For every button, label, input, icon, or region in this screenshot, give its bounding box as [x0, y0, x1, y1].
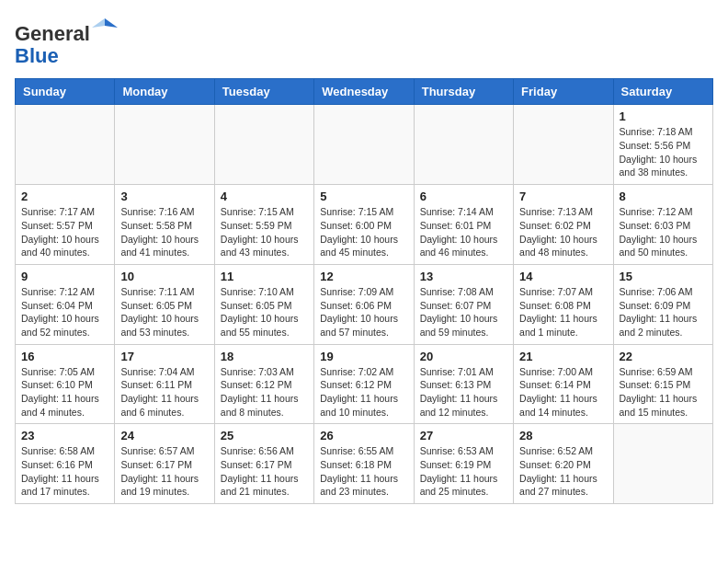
day-info: Sunrise: 7:08 AM Sunset: 6:07 PM Dayligh…: [420, 285, 507, 339]
day-info: Sunrise: 7:16 AM Sunset: 5:58 PM Dayligh…: [120, 205, 208, 259]
calendar-cell: [214, 105, 313, 185]
svg-marker-1: [92, 18, 105, 28]
calendar-cell: 4Sunrise: 7:15 AM Sunset: 5:59 PM Daylig…: [214, 185, 313, 265]
calendar-cell: 2Sunrise: 7:17 AM Sunset: 5:57 PM Daylig…: [16, 185, 115, 265]
calendar-cell: 9Sunrise: 7:12 AM Sunset: 6:04 PM Daylig…: [16, 264, 115, 344]
calendar-cell: [115, 105, 214, 185]
calendar-header-row: SundayMondayTuesdayWednesdayThursdayFrid…: [16, 79, 713, 105]
day-number: 11: [221, 270, 308, 283]
day-info: Sunrise: 7:14 AM Sunset: 6:01 PM Dayligh…: [420, 205, 507, 259]
day-info: Sunrise: 7:10 AM Sunset: 6:05 PM Dayligh…: [221, 285, 308, 339]
day-number: 25: [221, 429, 308, 442]
page-header: General Blue: [15, 15, 713, 67]
calendar-cell: 13Sunrise: 7:08 AM Sunset: 6:07 PM Dayli…: [414, 264, 513, 344]
calendar-cell: [514, 105, 613, 185]
day-header-saturday: Saturday: [613, 79, 712, 105]
day-number: 27: [420, 429, 507, 442]
calendar-cell: 20Sunrise: 7:01 AM Sunset: 6:13 PM Dayli…: [414, 344, 513, 424]
day-info: Sunrise: 7:11 AM Sunset: 6:05 PM Dayligh…: [120, 285, 208, 339]
day-info: Sunrise: 6:55 AM Sunset: 6:18 PM Dayligh…: [320, 444, 407, 499]
week-row-2: 2Sunrise: 7:17 AM Sunset: 5:57 PM Daylig…: [16, 185, 713, 265]
day-number: 10: [120, 270, 208, 283]
day-info: Sunrise: 7:02 AM Sunset: 6:12 PM Dayligh…: [320, 365, 407, 419]
day-number: 24: [120, 429, 208, 442]
day-header-monday: Monday: [115, 79, 214, 105]
calendar-table: SundayMondayTuesdayWednesdayThursdayFrid…: [15, 78, 713, 504]
day-header-sunday: Sunday: [16, 79, 115, 105]
calendar-cell: 27Sunrise: 6:53 AM Sunset: 6:19 PM Dayli…: [414, 424, 513, 504]
calendar-cell: 8Sunrise: 7:12 AM Sunset: 6:03 PM Daylig…: [613, 185, 712, 265]
day-number: 4: [221, 190, 308, 203]
calendar-cell: 5Sunrise: 7:15 AM Sunset: 6:00 PM Daylig…: [314, 185, 414, 265]
day-number: 21: [519, 350, 607, 363]
calendar-cell: 25Sunrise: 6:56 AM Sunset: 6:17 PM Dayli…: [214, 424, 313, 504]
day-info: Sunrise: 7:13 AM Sunset: 6:02 PM Dayligh…: [519, 205, 607, 259]
day-info: Sunrise: 7:12 AM Sunset: 6:03 PM Dayligh…: [620, 205, 707, 259]
day-number: 5: [320, 190, 407, 203]
day-info: Sunrise: 7:18 AM Sunset: 5:56 PM Dayligh…: [620, 125, 707, 179]
day-info: Sunrise: 7:12 AM Sunset: 6:04 PM Dayligh…: [21, 285, 108, 339]
logo-blue: Blue: [15, 44, 59, 67]
day-number: 6: [420, 190, 507, 203]
calendar-cell: 10Sunrise: 7:11 AM Sunset: 6:05 PM Dayli…: [115, 264, 214, 344]
day-number: 17: [120, 350, 208, 363]
calendar-cell: 16Sunrise: 7:05 AM Sunset: 6:10 PM Dayli…: [16, 344, 115, 424]
calendar-cell: 15Sunrise: 7:06 AM Sunset: 6:09 PM Dayli…: [613, 264, 712, 344]
day-header-wednesday: Wednesday: [314, 79, 414, 105]
day-number: 12: [320, 270, 407, 283]
calendar-cell: 26Sunrise: 6:55 AM Sunset: 6:18 PM Dayli…: [314, 424, 414, 504]
calendar-cell: 19Sunrise: 7:02 AM Sunset: 6:12 PM Dayli…: [314, 344, 414, 424]
calendar-cell: 21Sunrise: 7:00 AM Sunset: 6:14 PM Dayli…: [514, 344, 613, 424]
logo: General Blue: [15, 15, 118, 67]
day-number: 23: [21, 429, 108, 442]
calendar-cell: [16, 105, 115, 185]
day-info: Sunrise: 7:15 AM Sunset: 6:00 PM Dayligh…: [320, 205, 407, 259]
day-number: 2: [21, 190, 108, 203]
calendar-cell: 7Sunrise: 7:13 AM Sunset: 6:02 PM Daylig…: [514, 185, 613, 265]
day-info: Sunrise: 7:04 AM Sunset: 6:11 PM Dayligh…: [120, 365, 208, 419]
day-info: Sunrise: 7:03 AM Sunset: 6:12 PM Dayligh…: [221, 365, 308, 419]
day-info: Sunrise: 7:17 AM Sunset: 5:57 PM Dayligh…: [21, 205, 108, 259]
day-header-thursday: Thursday: [414, 79, 513, 105]
day-number: 22: [620, 350, 707, 363]
week-row-5: 23Sunrise: 6:58 AM Sunset: 6:16 PM Dayli…: [16, 424, 713, 504]
logo-general: General: [15, 22, 90, 45]
day-info: Sunrise: 6:57 AM Sunset: 6:17 PM Dayligh…: [120, 444, 208, 499]
day-info: Sunrise: 6:56 AM Sunset: 6:17 PM Dayligh…: [221, 444, 308, 499]
calendar-cell: 17Sunrise: 7:04 AM Sunset: 6:11 PM Dayli…: [115, 344, 214, 424]
day-header-tuesday: Tuesday: [214, 79, 313, 105]
day-number: 14: [519, 270, 607, 283]
day-info: Sunrise: 7:09 AM Sunset: 6:06 PM Dayligh…: [320, 285, 407, 339]
day-info: Sunrise: 6:53 AM Sunset: 6:19 PM Dayligh…: [420, 444, 507, 499]
day-number: 15: [620, 270, 707, 283]
day-number: 3: [120, 190, 208, 203]
calendar-cell: 6Sunrise: 7:14 AM Sunset: 6:01 PM Daylig…: [414, 185, 513, 265]
day-number: 20: [420, 350, 507, 363]
calendar-cell: 12Sunrise: 7:09 AM Sunset: 6:06 PM Dayli…: [314, 264, 414, 344]
day-number: 7: [519, 190, 607, 203]
day-info: Sunrise: 6:58 AM Sunset: 6:16 PM Dayligh…: [21, 444, 108, 499]
day-number: 1: [620, 109, 707, 123]
day-number: 16: [21, 350, 108, 363]
day-info: Sunrise: 6:52 AM Sunset: 6:20 PM Dayligh…: [519, 444, 607, 499]
logo-bird-icon: [92, 15, 118, 40]
day-number: 19: [320, 350, 407, 363]
calendar-cell: 14Sunrise: 7:07 AM Sunset: 6:08 PM Dayli…: [514, 264, 613, 344]
week-row-1: 1Sunrise: 7:18 AM Sunset: 5:56 PM Daylig…: [16, 105, 713, 185]
day-info: Sunrise: 7:15 AM Sunset: 5:59 PM Dayligh…: [221, 205, 308, 259]
calendar-cell: 23Sunrise: 6:58 AM Sunset: 6:16 PM Dayli…: [16, 424, 115, 504]
day-info: Sunrise: 7:00 AM Sunset: 6:14 PM Dayligh…: [519, 365, 607, 419]
day-number: 8: [620, 190, 707, 203]
day-info: Sunrise: 6:59 AM Sunset: 6:15 PM Dayligh…: [620, 365, 707, 419]
day-number: 18: [221, 350, 308, 363]
calendar-cell: 3Sunrise: 7:16 AM Sunset: 5:58 PM Daylig…: [115, 185, 214, 265]
calendar-cell: 1Sunrise: 7:18 AM Sunset: 5:56 PM Daylig…: [613, 105, 712, 185]
calendar-cell: [314, 105, 414, 185]
day-number: 26: [320, 429, 407, 442]
calendar-cell: [613, 424, 712, 504]
calendar-cell: [414, 105, 513, 185]
day-info: Sunrise: 7:06 AM Sunset: 6:09 PM Dayligh…: [620, 285, 707, 339]
day-number: 28: [519, 429, 607, 442]
day-info: Sunrise: 7:05 AM Sunset: 6:10 PM Dayligh…: [21, 365, 108, 419]
day-info: Sunrise: 7:07 AM Sunset: 6:08 PM Dayligh…: [519, 285, 607, 339]
